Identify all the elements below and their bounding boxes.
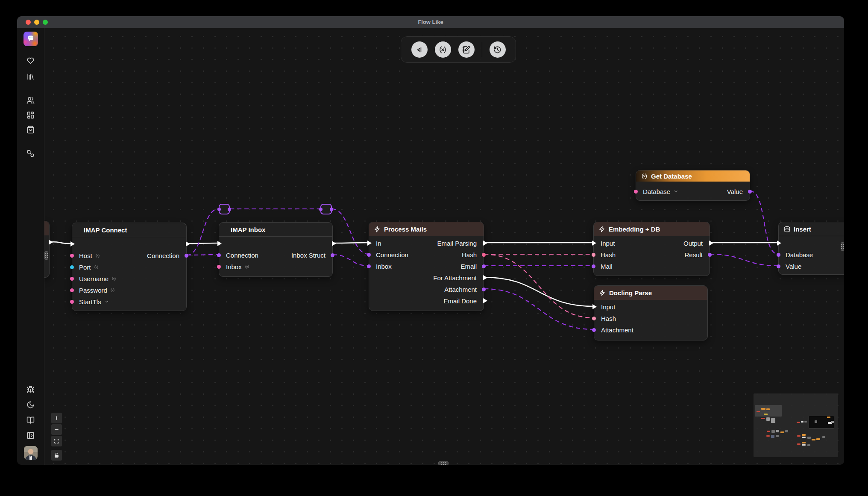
node-reroute-2[interactable] [320, 204, 332, 214]
wire:reroute-2->Process Mails.Connection[interactable] [332, 209, 369, 254]
node-header[interactable]: IMAP Inbox [219, 223, 332, 237]
step-back-button[interactable] [411, 41, 428, 58]
data-pin-in[interactable] [217, 265, 221, 269]
data-pin-out[interactable] [748, 190, 752, 194]
data-pin-in[interactable] [592, 264, 595, 268]
exec-pin-out[interactable] [186, 241, 190, 247]
reroute-pin-in[interactable] [217, 208, 221, 211]
reroute-pin-out[interactable] [228, 208, 231, 211]
reroute-pin-out[interactable] [330, 208, 333, 211]
data-pin-in[interactable] [592, 328, 596, 332]
data-pin-in[interactable] [70, 265, 74, 269]
node-imap-connect[interactable]: IMAP ConnectHostConnectionPortUsernamePa… [72, 223, 187, 311]
minimize-button[interactable] [34, 20, 39, 25]
data-pin-in[interactable] [70, 277, 74, 281]
exec-pin-in[interactable] [70, 241, 75, 247]
drag-handle[interactable] [44, 251, 48, 260]
variable-icon[interactable] [110, 288, 115, 293]
exec-pin-out[interactable] [709, 241, 713, 246]
data-pin-out[interactable] [185, 254, 188, 258]
wire:IMAP Inbox.exec->Process Mails.In[interactable] [333, 243, 369, 243]
user-avatar[interactable] [24, 446, 38, 460]
wire:IMAP Connect.exec->IMAP Inbox.exec[interactable] [187, 243, 219, 244]
variable-icon[interactable] [245, 264, 249, 269]
variable-icon[interactable] [111, 276, 116, 281]
sidebar-item-library[interactable] [23, 70, 38, 83]
data-pin-in[interactable] [777, 253, 780, 257]
node-process-mails[interactable]: Process MailsInEmail ParsingConnectionHa… [369, 222, 484, 311]
wire:Process Mails.Hash->Docling Parse.Hash[interactable] [484, 254, 594, 318]
data-pin-in[interactable] [634, 190, 638, 194]
exec-pin-out[interactable] [49, 240, 53, 245]
sidebar-item-favorites[interactable] [23, 54, 38, 67]
node-header[interactable]: Docling Parse [594, 286, 707, 300]
zoom-out-button[interactable] [51, 424, 62, 435]
data-pin-in[interactable] [367, 253, 371, 257]
data-pin-out[interactable] [482, 253, 486, 257]
sidebar-item-apps[interactable] [23, 109, 38, 121]
wire:IMAP Connect.Connection->reroute-1[interactable] [187, 209, 219, 255]
node-reroute-1[interactable] [219, 204, 230, 214]
node-header[interactable]: Insert [779, 222, 844, 236]
zoom-in-button[interactable] [51, 413, 62, 423]
node-header[interactable]: Process Mails [369, 222, 484, 236]
node-docling-parse[interactable]: Docling ParseInputHashAttachment [594, 285, 708, 340]
chevron-down-icon[interactable] [104, 299, 109, 304]
exec-pin-out[interactable] [483, 275, 487, 280]
variables-button[interactable] [435, 41, 451, 58]
data-pin-in[interactable] [367, 264, 371, 268]
reroute-pin-in[interactable] [319, 208, 323, 211]
exec-pin-in[interactable] [592, 241, 596, 246]
notes-button[interactable] [458, 41, 475, 58]
node-offscreen-node[interactable] [44, 221, 50, 278]
sidebar-item-docs[interactable] [23, 414, 38, 426]
exec-pin-out[interactable] [332, 241, 336, 246]
node-header[interactable]: IMAP Connect [72, 223, 186, 237]
data-pin-in[interactable] [217, 253, 221, 257]
history-button[interactable] [490, 41, 506, 58]
sidebar-item-debug[interactable] [23, 383, 38, 396]
sidebar-item-theme[interactable] [23, 398, 38, 411]
flow-canvas[interactable]: IMAP ConnectHostConnectionPortUsernamePa… [44, 28, 844, 465]
sidebar-item-panel-toggle[interactable] [23, 429, 38, 442]
wire:Get Database.Value->Insert.Database[interactable] [750, 191, 778, 254]
sidebar-item-store[interactable] [23, 123, 38, 136]
data-pin-in[interactable] [70, 254, 74, 258]
fit-view-button[interactable] [51, 436, 62, 446]
variable-icon[interactable] [95, 253, 100, 258]
data-pin-in[interactable] [70, 288, 74, 292]
exec-pin-in[interactable] [367, 241, 372, 246]
wire:Process Mails.For Attachment->Docling Parse.Input[interactable] [484, 277, 594, 306]
node-get-database[interactable]: Get DatabaseDatabaseValue [636, 170, 750, 201]
data-pin-out[interactable] [331, 253, 334, 257]
exec-pin-in[interactable] [592, 304, 597, 309]
wire:IMAP Connect.Connection->IMAP Inbox.Connection[interactable] [187, 255, 219, 255]
data-pin-out[interactable] [708, 253, 712, 257]
app-logo[interactable] [23, 32, 38, 46]
exec-pin-out[interactable] [483, 298, 487, 303]
data-pin-in[interactable] [592, 317, 596, 320]
chevron-down-icon[interactable] [673, 189, 678, 194]
variable-icon[interactable] [94, 265, 99, 270]
wire:IMAP Inbox.Inbox Struct->Process Mails.Inbox[interactable] [333, 255, 369, 266]
exec-pin-out[interactable] [483, 241, 487, 246]
data-pin-in[interactable] [70, 300, 74, 304]
wire:Embedding + DB.Result->Insert.Value[interactable] [710, 254, 778, 266]
data-pin-out[interactable] [482, 264, 486, 268]
wire:Process Mails.Attachment->Docling Parse.Attachment[interactable] [484, 289, 594, 329]
node-imap-inbox[interactable]: IMAP InboxConnectionInbox StructInbox [219, 222, 333, 277]
drag-handle[interactable] [841, 242, 844, 251]
data-pin-in[interactable] [592, 253, 595, 257]
exec-pin-in[interactable] [777, 241, 781, 246]
data-pin-out[interactable] [482, 288, 486, 291]
node-header[interactable]: Embedding + DB [594, 222, 710, 236]
minimap[interactable] [754, 393, 838, 457]
node-insert[interactable]: InsertDatabaseValue [778, 222, 844, 275]
exec-pin-in[interactable] [217, 241, 222, 246]
drag-handle[interactable] [438, 461, 449, 465]
node-embedding-db[interactable]: Embedding + DBInputOutputHashResultMail [593, 222, 710, 276]
sidebar-item-members[interactable] [23, 94, 38, 107]
sidebar-item-workflows[interactable] [23, 147, 38, 160]
node-header[interactable]: Get Database [636, 170, 750, 182]
data-pin-in[interactable] [777, 264, 780, 268]
